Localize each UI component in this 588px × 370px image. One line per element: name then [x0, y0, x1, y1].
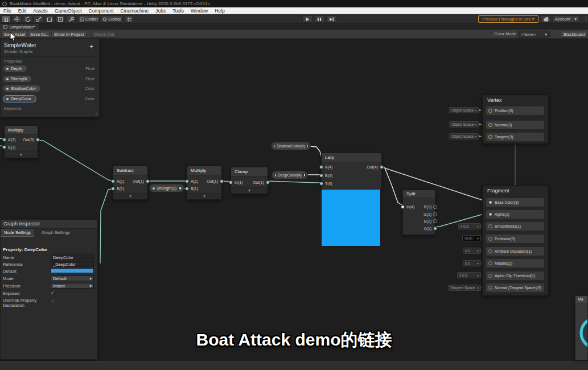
output-port[interactable]	[266, 180, 270, 184]
name-field[interactable]: DeepColor	[51, 254, 94, 260]
input-port[interactable]	[319, 174, 323, 178]
preview-packages-button[interactable]: Preview Packages in Use ▾	[478, 15, 538, 23]
block-port[interactable]	[488, 237, 492, 241]
menu-help[interactable]: Help	[211, 7, 228, 14]
block-port[interactable]	[488, 109, 492, 113]
space-badge[interactable]: Object Space▾	[449, 121, 479, 128]
collapse-chevron-icon[interactable]: ▾	[231, 187, 268, 194]
output-port[interactable]	[433, 205, 437, 209]
menu-jobs[interactable]: Jobs	[152, 7, 169, 14]
value-badge-metallic[interactable]: x 0▾	[463, 260, 481, 266]
hdr-color-badge-emission[interactable]: HDR▾	[462, 235, 481, 241]
menu-tools[interactable]: Tools	[169, 7, 187, 14]
node-multiply-2[interactable]: Multiply A(1) B(1) Out(1) ▾	[187, 166, 222, 200]
pivot-center-button[interactable]: Center	[79, 15, 99, 23]
shader-graph-tab[interactable]: SimpleWater*	[0, 24, 39, 30]
color-mode-dropdown[interactable]: <None> ▾	[518, 31, 550, 38]
collapse-chevron-icon[interactable]: ▾	[5, 151, 38, 158]
block-port[interactable]	[488, 286, 492, 290]
output-port[interactable]	[307, 144, 309, 148]
precision-dropdown[interactable]: Inherit▾	[51, 283, 94, 289]
input-port[interactable]	[401, 205, 405, 209]
block-port[interactable]	[488, 123, 492, 127]
play-button[interactable]	[302, 15, 312, 23]
vertex-position-row[interactable]: Position(3)	[486, 106, 544, 115]
value-badge-smoothness[interactable]: x 0.5▾	[458, 223, 481, 229]
output-port[interactable]	[178, 186, 182, 190]
space-badge-normal[interactable]: Tangent Space▾	[448, 285, 481, 291]
block-port[interactable]	[488, 212, 492, 216]
tab-node-settings[interactable]: Node Settings	[1, 229, 34, 237]
value-badge-ambientocclusion[interactable]: x 1▾	[463, 248, 481, 254]
node-clamp[interactable]: Clamp In(1) Out(1) ▾	[231, 167, 268, 194]
node-split[interactable]: Split In(4) R(1) G(1) B(1) A(1)	[402, 190, 435, 235]
show-in-project-button[interactable]: Show In Project	[51, 31, 87, 38]
menu-gameobject[interactable]: GameObject	[51, 7, 85, 14]
scale-tool-button[interactable]	[34, 15, 43, 23]
rect-tool-button[interactable]	[44, 15, 54, 23]
block-port[interactable]	[488, 224, 492, 228]
blackboard-toggle-button[interactable]: Blackboard	[561, 31, 588, 38]
node-subtract[interactable]: Subtract A(1) B(1) Out(1) ▾	[113, 166, 148, 200]
grid-snap-button[interactable]	[125, 15, 133, 23]
property-node-strength[interactable]: Strength(1)	[149, 184, 184, 192]
input-port[interactable]	[2, 138, 6, 142]
fragment-emission-row[interactable]: Emission(3)	[486, 235, 544, 243]
mode-dropdown[interactable]: Default▾	[51, 276, 94, 281]
cloud-button[interactable]	[541, 15, 550, 23]
output-port[interactable]	[220, 179, 224, 183]
fragment-alpha-row[interactable]: Alpha(1)	[486, 210, 544, 219]
tab-graph-settings[interactable]: Graph Settings	[38, 229, 73, 236]
menu-cinemachine[interactable]: Cinemachine	[117, 7, 153, 14]
custom-tool-button[interactable]	[66, 15, 76, 23]
menu-component[interactable]: Component	[85, 7, 117, 14]
fragment-basecolor-row[interactable]: Base Color(3)	[486, 198, 544, 207]
vertex-tangent-row[interactable]: Tangent(3)	[486, 133, 544, 141]
menu-window[interactable]: Window	[187, 7, 211, 14]
collapse-chevron-icon[interactable]: ▾	[187, 193, 221, 199]
reference-field[interactable]: _DeepColor	[51, 261, 94, 267]
output-port[interactable]	[433, 219, 437, 223]
fragment-ambientocclusion-row[interactable]: Ambient Occlusion(1)	[486, 247, 544, 256]
vertex-block[interactable]: Vertex Position(3) Normal(3) Tangent(3)	[482, 94, 549, 144]
property-pill-deepcolor[interactable]: DeepColor	[3, 95, 36, 102]
block-port[interactable]	[488, 200, 492, 204]
space-badge[interactable]: Object Space▾	[449, 133, 479, 139]
space-badge[interactable]: Object Space▾	[449, 107, 479, 113]
block-port[interactable]	[488, 274, 492, 278]
account-button[interactable]: Account ▾	[552, 15, 579, 23]
step-button[interactable]	[326, 15, 336, 23]
block-port[interactable]	[488, 249, 492, 253]
view-tool-button[interactable]	[1, 15, 11, 23]
property-node-deepcolor[interactable]: DeepColor(4)	[272, 171, 308, 179]
move-tool-button[interactable]	[12, 15, 22, 23]
node-lerp[interactable]: Lerp A(4) B(4) T(4) Out(4)	[321, 153, 382, 190]
input-port[interactable]	[111, 187, 115, 191]
input-port[interactable]	[185, 187, 189, 191]
input-port[interactable]	[229, 180, 233, 184]
default-color-swatch[interactable]	[51, 268, 94, 273]
fragment-metallic-row[interactable]: Metallic(1)	[486, 259, 544, 268]
check-out-button[interactable]: Check Out	[91, 31, 117, 38]
property-pill-depth[interactable]: Depth	[3, 65, 27, 72]
menu-file[interactable]: File	[0, 7, 15, 14]
pivot-global-button[interactable]: Global	[101, 15, 122, 23]
override-checkbox[interactable]	[51, 299, 55, 303]
input-port[interactable]	[319, 182, 323, 186]
property-node-shallowcolor[interactable]: ShallowColor(4)	[271, 142, 311, 150]
block-port[interactable]	[488, 135, 492, 139]
output-port[interactable]	[36, 138, 40, 142]
input-port[interactable]	[185, 179, 189, 183]
add-property-button[interactable]: +	[89, 43, 93, 51]
value-badge-alphaclip[interactable]: x 0.5▾	[457, 272, 481, 278]
vertex-normal-row[interactable]: Normal(3)	[486, 121, 544, 129]
output-port[interactable]	[146, 179, 150, 183]
output-port[interactable]	[433, 227, 437, 231]
resize-grip[interactable]: ≡	[95, 112, 97, 116]
exposed-checkbox[interactable]: ✓	[51, 291, 55, 295]
menu-assets[interactable]: Assets	[30, 7, 51, 14]
property-pill-strength[interactable]: Strength	[3, 75, 32, 83]
transform-tool-button[interactable]	[55, 15, 65, 23]
output-port[interactable]	[433, 212, 437, 216]
collapse-chevron-icon[interactable]: ▾	[113, 193, 147, 199]
